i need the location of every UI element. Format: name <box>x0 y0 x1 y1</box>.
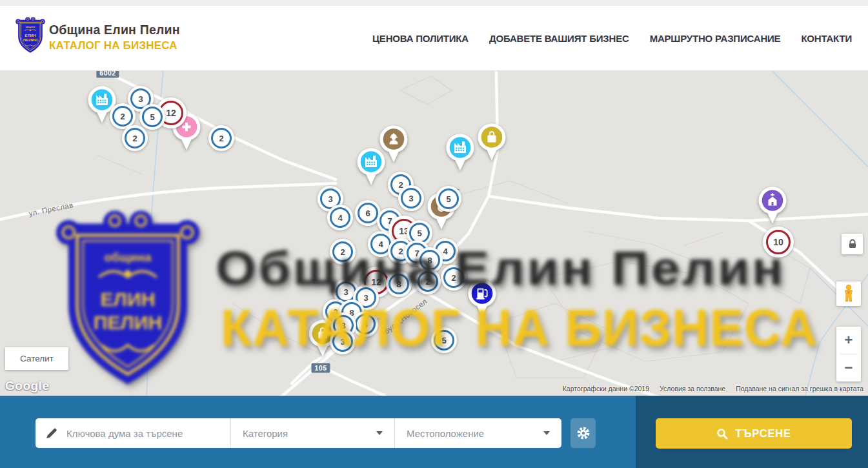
cluster-count: 2 <box>132 134 137 143</box>
zoom-in-button[interactable]: + <box>836 327 861 354</box>
category-select[interactable]: Категория <box>231 418 395 448</box>
location-select[interactable]: Местоположение <box>395 418 561 448</box>
main-nav: ЦЕНОВА ПОЛИТИКАДОБАВЕТЕ ВАШИЯТ БИЗНЕСМАР… <box>372 6 852 71</box>
cluster-count: 3 <box>328 194 332 204</box>
report-error-link[interactable]: Подаване на сигнал за грешка в картата <box>736 385 863 392</box>
cluster-count: 3 <box>409 194 413 203</box>
attribution-data: Картографски данни ©2019 <box>563 385 649 392</box>
church-pin-marker[interactable] <box>758 186 787 229</box>
factory-pin-marker[interactable] <box>445 133 475 176</box>
category-select-label: Категория <box>243 428 288 439</box>
municipality-crest-logo <box>15 17 45 55</box>
road-badge: 105 <box>311 363 330 373</box>
cluster-marker[interactable]: 2 <box>122 125 148 151</box>
location-select-label: Местоположение <box>407 428 484 439</box>
google-logo[interactable]: Google <box>5 379 49 393</box>
search-button[interactable]: ТЪРСЕНЕ <box>656 418 852 449</box>
keyword-section <box>35 418 231 448</box>
road-badge: 6002 <box>96 71 119 78</box>
search-box: Категория Местоположение <box>35 418 561 448</box>
map-canvas[interactable]: ул. Преславбул. „Новоселци6002105 312252… <box>0 71 868 396</box>
advanced-settings-button[interactable] <box>570 418 596 448</box>
caret-down-icon <box>376 431 383 435</box>
cluster-marker[interactable]: 5 <box>139 104 165 130</box>
cluster-count: 6 <box>365 209 370 218</box>
cluster-count: 2 <box>120 112 125 121</box>
zoom-control: + − <box>836 327 861 382</box>
cluster-marker[interactable]: 4 <box>327 205 353 230</box>
keyword-input[interactable] <box>65 427 230 440</box>
cluster-count: 5 <box>150 112 154 122</box>
page: Община Елин Пелин КАТАЛОГ НА БИЗНЕСА ЦЕН… <box>0 0 868 468</box>
site-title: Община Елин Пелин <box>49 24 180 37</box>
watermark-subtitle: КАТАЛОГ НА БИЗНЕСА <box>221 298 818 358</box>
cluster-count: 2 <box>219 134 223 143</box>
top-strip <box>0 0 868 6</box>
bag-pin-marker[interactable] <box>477 123 507 165</box>
pegman-icon <box>842 284 856 303</box>
watermark-title: Община Елин Пелин <box>216 240 785 296</box>
nav-item-pricing[interactable]: ЦЕНОВА ПОЛИТИКА <box>372 33 469 44</box>
cluster-count: 3 <box>138 94 143 104</box>
map-type-control: Карта Сателит <box>5 347 68 370</box>
street-view-pegman[interactable] <box>836 281 861 306</box>
map-attribution: Картографски данни ©2019 Условия за полз… <box>563 385 863 392</box>
brand-block: Община Елин Пелин КАТАЛОГ НА БИЗНЕСА <box>49 24 180 51</box>
worker-pin-marker[interactable] <box>379 125 409 167</box>
cluster-marker[interactable]: 3 <box>398 185 424 211</box>
cluster-count: 5 <box>417 229 421 238</box>
search-bar: Категория Местоположение ТЪРСЕНЕ <box>0 396 868 468</box>
terms-link[interactable]: Условия за ползване <box>660 385 725 392</box>
map-type-satellite-button[interactable]: Сателит <box>5 347 68 370</box>
magnifier-icon <box>716 428 728 440</box>
cluster-count: 4 <box>338 213 342 223</box>
cluster-count: 5 <box>446 194 450 204</box>
cluster-marker[interactable]: 5 <box>436 186 461 212</box>
cluster-count: 12 <box>166 108 176 118</box>
pencil-icon <box>45 427 58 440</box>
zoom-out-button[interactable]: − <box>836 354 861 382</box>
caret-down-icon <box>543 431 550 435</box>
header: Община Елин Пелин КАТАЛОГ НА БИЗНЕСА ЦЕН… <box>0 6 868 71</box>
lock-icon <box>847 239 858 249</box>
site-subtitle: КАТАЛОГ НА БИЗНЕСА <box>49 40 180 51</box>
cluster-marker[interactable]: 2 <box>208 125 234 151</box>
lock-button[interactable] <box>842 234 863 254</box>
watermark-crest <box>56 209 200 394</box>
search-button-label: ТЪРСЕНЕ <box>735 427 791 440</box>
nav-item-add-business[interactable]: ДОБАВЕТЕ ВАШИЯТ БИЗНЕС <box>489 33 629 44</box>
nav-item-route-schedule[interactable]: МАРШРУТНО РАЗПИСАНИЕ <box>650 33 781 44</box>
nav-item-contacts[interactable]: КОНТАКТИ <box>801 33 852 44</box>
gear-icon <box>575 425 592 442</box>
